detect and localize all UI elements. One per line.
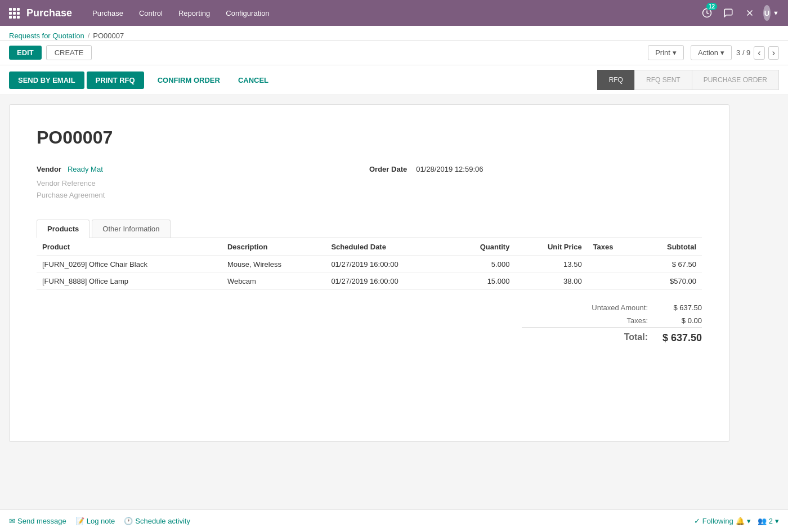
row1-subtotal: $ 67.50 [638,256,702,273]
row1-description: Mouse, Wireless [222,256,326,273]
untaxed-row: Untaxed Amount: $ 637.50 [522,301,702,314]
row2-scheduled-date: 01/27/2019 16:00:00 [325,273,450,290]
total-value: $ 637.50 [657,332,702,344]
right-fields: Order Date 01/28/2019 12:59:06 [369,165,702,203]
col-subtotal: Subtotal [638,238,702,256]
cancel-button[interactable]: CANCEL [229,71,277,89]
status-rfq: RFQ [597,70,635,90]
prev-record-button[interactable]: ‹ [754,46,764,60]
print-label: Print [655,48,670,57]
topnav-right: 12 U ▼ [699,5,779,21]
doc-fields: Vendor Ready Mat Vendor Reference Purcha… [37,165,702,203]
purchase-agreement-label: Purchase Agreement [37,191,369,199]
row1-unit-price: 13.50 [515,256,587,273]
order-number: PO00007 [37,127,702,148]
total-row: Total: $ 637.50 [522,327,702,346]
app-brand: Purchase [26,7,72,19]
clock-icon[interactable]: 12 [699,5,715,21]
activity-badge: 12 [706,3,717,10]
vendor-field: Vendor Ready Mat [37,165,369,173]
print-chevron-icon: ▾ [673,48,677,57]
print-rfq-button[interactable]: PRINT RFQ [87,71,144,89]
breadcrumb-separator: / [88,32,90,40]
table-row: [FURN_8888] Office Lamp Webcam 01/27/201… [37,273,702,290]
nav-purchase[interactable]: Purchase [86,7,130,20]
row1-taxes [588,256,638,273]
breadcrumb-current: PO00007 [93,32,124,40]
action-label: Action [698,48,718,57]
edit-button[interactable]: EDIT [9,46,42,60]
row2-description: Webcam [222,273,326,290]
taxes-value: $ 0.00 [657,316,702,325]
left-fields: Vendor Ready Mat Vendor Reference Purcha… [37,165,369,203]
totals-table: Untaxed Amount: $ 637.50 Taxes: $ 0.00 T… [522,301,702,346]
vendor-label: Vendor [37,165,61,173]
col-description: Description [222,238,326,256]
total-label: Total: [522,332,657,344]
user-avatar[interactable]: U ▼ [763,5,779,21]
order-date-label: Order Date [369,165,407,173]
nav-position: 3 / 9 [736,48,750,57]
col-scheduled-date: Scheduled Date [325,238,450,256]
close-icon[interactable] [742,5,758,21]
action-button[interactable]: Action ▾ [691,45,732,60]
row2-product[interactable]: [FURN_8888] Office Lamp [37,273,222,290]
action-bar: SEND BY EMAIL PRINT RFQ CONFIRM ORDER CA… [0,65,788,95]
breadcrumb-parent[interactable]: Requests for Quotation [9,32,84,40]
breadcrumb-bar: Requests for Quotation / PO00007 [0,26,788,41]
status-rfq-sent: RFQ SENT [634,70,692,90]
products-table: Product Description Scheduled Date Quant… [37,238,702,290]
tab-other-information[interactable]: Other Information [92,220,170,238]
main-content: PO00007 Vendor Ready Mat Vendor Referenc… [0,95,788,476]
vendor-reference-label: Vendor Reference [37,179,369,187]
col-unit-price: Unit Price [515,238,587,256]
status-purchase-order: PURCHASE ORDER [692,70,779,90]
confirm-order-button[interactable]: CONFIRM ORDER [149,71,229,89]
record-nav: 3 / 9 ‹ › [736,46,779,60]
send-by-email-button[interactable]: SEND BY EMAIL [9,71,84,89]
untaxed-label: Untaxed Amount: [522,303,657,312]
row2-subtotal: $570.00 [638,273,702,290]
col-product: Product [37,238,222,256]
tabs: Products Other Information [37,220,702,238]
taxes-label: Taxes: [522,316,657,325]
table-row: [FURN_0269] Office Chair Black Mouse, Wi… [37,256,702,273]
nav-reporting[interactable]: Reporting [172,7,217,20]
row1-scheduled-date: 01/27/2019 16:00:00 [325,256,450,273]
row1-product[interactable]: [FURN_0269] Office Chair Black [37,256,222,273]
totals-section: Untaxed Amount: $ 637.50 Taxes: $ 0.00 T… [37,301,702,346]
row2-unit-price: 38.00 [515,273,587,290]
col-quantity: Quantity [450,238,516,256]
order-date-row: Order Date 01/28/2019 12:59:06 [369,165,702,173]
chat-icon[interactable] [720,5,736,21]
row2-taxes [588,273,638,290]
topnav-menu: Purchase Control Reporting Configuration [86,7,699,20]
action-chevron-icon: ▾ [720,48,724,57]
top-navigation: Purchase Purchase Control Reporting Conf… [0,0,788,26]
row1-quantity: 5.000 [450,256,516,273]
document-card: PO00007 Vendor Ready Mat Vendor Referenc… [9,104,729,442]
print-button[interactable]: Print ▾ [648,45,684,60]
taxes-row: Taxes: $ 0.00 [522,314,702,327]
nav-control[interactable]: Control [132,7,169,20]
nav-configuration[interactable]: Configuration [219,7,276,20]
order-date-value: 01/28/2019 12:59:06 [416,165,483,173]
tab-products[interactable]: Products [37,220,89,238]
row2-quantity: 15.000 [450,273,516,290]
create-button[interactable]: CREATE [46,45,92,60]
vendor-value[interactable]: Ready Mat [68,165,103,173]
apps-grid-icon[interactable] [9,8,20,19]
record-toolbar: EDIT CREATE Print ▾ Action ▾ 3 / 9 ‹ › [0,41,788,65]
status-trail: RFQ RFQ SENT PURCHASE ORDER [598,70,779,90]
next-record-button[interactable]: › [768,46,779,60]
untaxed-value: $ 637.50 [657,303,702,312]
col-taxes: Taxes [588,238,638,256]
